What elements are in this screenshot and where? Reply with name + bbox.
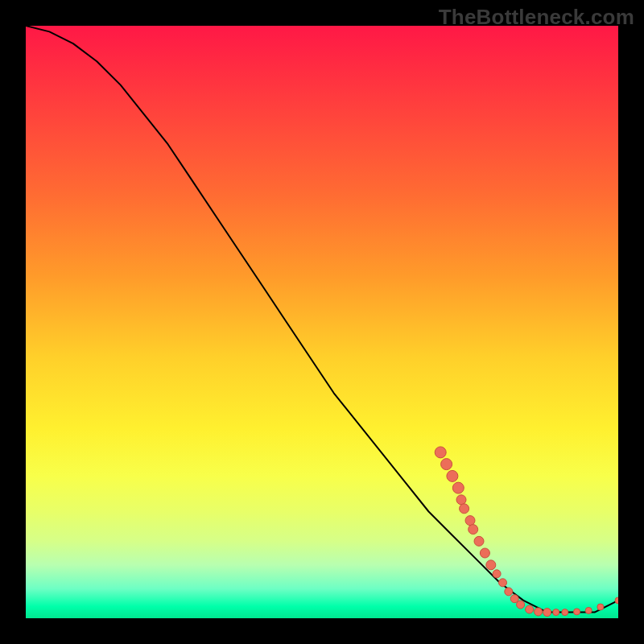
marker-dot	[574, 609, 580, 615]
marker-dot	[460, 504, 469, 514]
marker-dot	[543, 609, 551, 617]
bottleneck-curve	[26, 26, 618, 613]
chart-frame: TheBottleneck.com	[0, 0, 644, 644]
marker-dot	[597, 604, 604, 610]
marker-dot	[526, 605, 534, 613]
marker-dot	[456, 495, 466, 505]
marker-dot	[465, 516, 475, 526]
marker-dot	[562, 609, 568, 616]
marker-dot	[615, 597, 618, 604]
marker-dot	[480, 548, 489, 558]
marker-dots	[435, 447, 618, 617]
plot-svg	[26, 26, 618, 618]
marker-dot	[517, 601, 525, 609]
marker-dot	[441, 459, 452, 470]
marker-dot	[553, 609, 559, 616]
marker-dot	[435, 447, 446, 458]
watermark-text: TheBottleneck.com	[439, 5, 634, 30]
marker-dot	[585, 607, 592, 613]
marker-dot	[474, 536, 484, 546]
marker-dot	[505, 588, 513, 596]
marker-dot	[499, 579, 507, 587]
marker-dot	[469, 525, 478, 535]
marker-dot	[493, 570, 501, 578]
marker-dot	[510, 595, 518, 603]
plot-area	[26, 26, 618, 618]
marker-dot	[535, 608, 543, 616]
marker-dot	[447, 470, 458, 481]
marker-dot	[452, 482, 464, 493]
marker-dot	[486, 560, 496, 570]
